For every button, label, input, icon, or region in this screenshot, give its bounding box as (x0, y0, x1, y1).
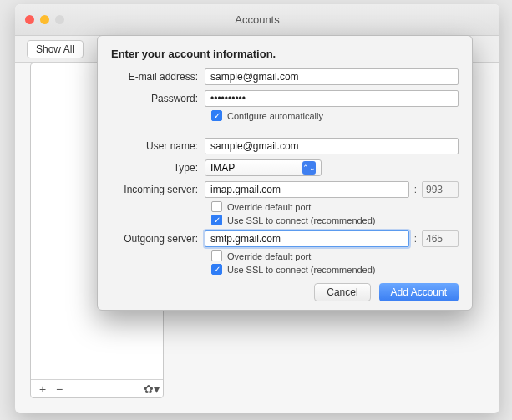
configure-auto-label: Configure automatically (227, 111, 323, 121)
configure-auto-checkbox[interactable]: ✓ Configure automatically (211, 110, 459, 121)
password-label: Password: (111, 93, 205, 104)
email-field[interactable] (205, 68, 459, 85)
outgoing-port-field[interactable] (422, 230, 459, 247)
account-setup-sheet: Enter your account information. E-mail a… (97, 35, 473, 311)
email-label: E-mail address: (111, 71, 205, 83)
type-select[interactable]: IMAP ⌃⌄ (205, 159, 322, 176)
outgoing-server-field[interactable] (205, 230, 409, 247)
checkbox-icon (211, 250, 222, 261)
checkbox-icon (211, 201, 222, 212)
type-label: Type: (111, 162, 205, 174)
use-ssl-label2: Use SSL to connect (recommended) (227, 265, 376, 275)
colon: : (414, 184, 417, 195)
incoming-ssl-checkbox[interactable]: ✓ Use SSL to connect (recommended) (211, 215, 459, 225)
type-value: IMAP (210, 162, 235, 174)
incoming-server-field[interactable] (205, 181, 409, 198)
incoming-label: Incoming server: (111, 184, 205, 195)
username-label: User name: (111, 140, 205, 152)
cancel-button[interactable]: Cancel (314, 283, 370, 301)
add-account-button[interactable]: + (34, 382, 51, 396)
outgoing-ssl-checkbox[interactable]: ✓ Use SSL to connect (recommended) (211, 264, 459, 275)
checkbox-icon: ✓ (211, 215, 222, 225)
use-ssl-label: Use SSL to connect (recommended) (227, 215, 376, 225)
override-port-label2: Override default port (227, 251, 311, 261)
titlebar: Accounts (15, 4, 499, 36)
outgoing-override-port-checkbox[interactable]: Override default port (211, 250, 459, 261)
incoming-port-field[interactable] (422, 181, 459, 198)
checkbox-icon: ✓ (211, 110, 222, 121)
incoming-override-port-checkbox[interactable]: Override default port (211, 201, 459, 212)
override-port-label: Override default port (227, 202, 311, 212)
add-account-button[interactable]: Add Account (379, 283, 459, 301)
gear-icon[interactable]: ✿▾ (143, 382, 160, 396)
sidebar-footer: + − ✿▾ (31, 379, 163, 397)
checkbox-icon: ✓ (211, 264, 222, 275)
colon: : (414, 233, 417, 245)
username-field[interactable] (205, 138, 459, 154)
chevron-updown-icon: ⌃⌄ (302, 161, 316, 175)
password-field[interactable] (205, 90, 459, 107)
sheet-heading: Enter your account information. (111, 48, 459, 60)
show-all-button[interactable]: Show All (27, 40, 84, 58)
window-title: Accounts (15, 13, 499, 26)
remove-account-button[interactable]: − (51, 382, 68, 396)
outgoing-label: Outgoing server: (111, 233, 205, 245)
